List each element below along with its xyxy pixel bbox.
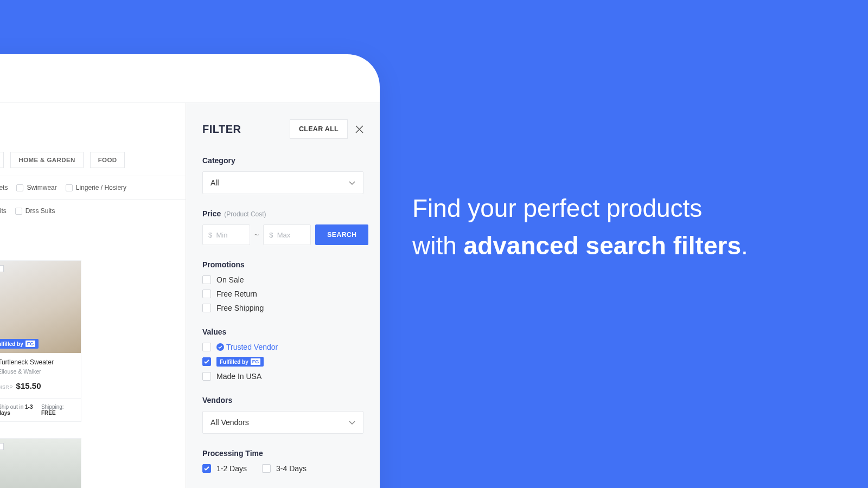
- product-row-2: [0, 422, 186, 488]
- checkbox-icon[interactable]: [202, 290, 211, 298]
- category-label: Category: [202, 156, 363, 165]
- processing-label: Processing Time: [202, 449, 363, 458]
- select-checkbox[interactable]: [0, 265, 4, 272]
- app-window: ABIES BATH & BEAUTY HOME & GARDEN FOOD e…: [0, 54, 380, 488]
- checkbox-icon[interactable]: [202, 464, 211, 473]
- close-icon[interactable]: [355, 125, 363, 133]
- price-min-input[interactable]: [202, 224, 250, 245]
- top-bar: [0, 54, 380, 103]
- product-vendor: Eliouse & Walker: [0, 368, 75, 375]
- tab-bath-beauty[interactable]: BATH & BEAUTY: [0, 152, 4, 168]
- vendors-label: Vendors: [202, 396, 363, 404]
- tag-row-2: rewear Jeans Jumpsuits Drss Suits: [0, 200, 186, 222]
- chevron-down-icon: [349, 178, 355, 187]
- shipping-row: Ship out in 1-3 days Shipping: FREE: [0, 398, 81, 421]
- tag-item[interactable]: Swimwear: [16, 184, 56, 191]
- promo-free-shipping[interactable]: Free Shipping: [202, 304, 363, 312]
- price-section: Price (Product Cost) ~ SEARCH: [202, 209, 363, 245]
- clear-all-button[interactable]: CLEAR ALL: [290, 119, 348, 139]
- vendors-select[interactable]: All Vendors: [202, 411, 363, 434]
- tag-item[interactable]: Lingerie / Hosiery: [66, 184, 126, 191]
- product-grid: Fulfilled by FG ed Trenchcoat enchant Pl…: [0, 222, 186, 422]
- checkbox-icon[interactable]: [15, 208, 22, 215]
- values-section: Values Trusted Vendor: [202, 328, 363, 381]
- processing-1-2-days[interactable]: 1-2 Days: [202, 464, 247, 473]
- filter-panel: FILTER CLEAR ALL Category All: [186, 103, 380, 488]
- product-card[interactable]: [0, 438, 81, 488]
- checkbox-icon[interactable]: [202, 304, 211, 312]
- category-section: Category All: [202, 156, 363, 194]
- product-image: Fulfilled by FG: [0, 261, 81, 353]
- checkbox-icon[interactable]: [202, 343, 211, 351]
- catalog-pane: ABIES BATH & BEAUTY HOME & GARDEN FOOD e…: [0, 103, 186, 488]
- checkbox-icon[interactable]: [66, 184, 73, 191]
- checkbox-icon[interactable]: [202, 275, 211, 284]
- checkbox-icon[interactable]: [16, 184, 23, 191]
- product-image: [0, 439, 81, 488]
- price-search-button[interactable]: SEARCH: [315, 224, 368, 245]
- processing-3-4-days[interactable]: 3-4 Days: [262, 464, 307, 473]
- product-card[interactable]: Fulfilled by FG Turtleneck Sweater Eliou…: [0, 260, 81, 422]
- tab-food[interactable]: FOOD: [90, 152, 125, 168]
- checkbox-icon[interactable]: [262, 464, 271, 473]
- promotions-label: Promotions: [202, 260, 363, 269]
- category-tabs: ABIES BATH & BEAUTY HOME & GARDEN FOOD: [0, 152, 186, 176]
- value-fulfilled-by-fg[interactable]: Fulfilled by FG: [202, 357, 363, 367]
- product-title: Turtleneck Sweater: [0, 358, 75, 366]
- range-separator: ~: [254, 230, 259, 239]
- promotions-section: Promotions On Sale Free Return Free Ship…: [202, 260, 363, 312]
- value-made-in-usa[interactable]: Made In USA: [202, 372, 363, 381]
- promo-free-return[interactable]: Free Return: [202, 290, 363, 298]
- promo-on-sale[interactable]: On Sale: [202, 275, 363, 284]
- value-trusted-vendor[interactable]: Trusted Vendor: [202, 343, 363, 351]
- vendors-section: Vendors All Vendors: [202, 396, 363, 434]
- fulfilled-badge: Fulfilled by FG: [0, 339, 39, 349]
- tag-item[interactable]: Sets: [0, 184, 8, 191]
- hero-text: Find your perfect products with advanced…: [412, 190, 748, 265]
- tab-home-garden[interactable]: HOME & GARDEN: [10, 152, 83, 168]
- tag-row-1: enim Party Dresses Sets Swimwear Lingeri…: [0, 176, 186, 200]
- msrp-label: MSRP: [0, 384, 13, 390]
- processing-time-section: Processing Time 1-2 Days 3-4 Days 5+ Day…: [202, 449, 363, 488]
- price-max-input[interactable]: [263, 224, 311, 245]
- select-checkbox[interactable]: [0, 443, 4, 450]
- filter-title: FILTER: [202, 123, 241, 136]
- price-label: Price (Product Cost): [202, 209, 363, 218]
- tag-item[interactable]: Drss Suits: [15, 207, 55, 215]
- category-select[interactable]: All: [202, 171, 363, 194]
- chevron-down-icon: [349, 418, 355, 427]
- fulfilled-badge: Fulfilled by FG: [216, 357, 264, 367]
- hero-line-1: Find your perfect products: [412, 190, 748, 227]
- hero-line-2: with advanced search filters.: [412, 227, 748, 265]
- product-price: $15.50: [16, 381, 41, 390]
- tag-item[interactable]: Jumpsuits: [0, 207, 7, 215]
- checkbox-icon[interactable]: [202, 357, 211, 366]
- verified-badge-icon: [216, 343, 224, 351]
- checkbox-icon[interactable]: [202, 372, 211, 381]
- values-label: Values: [202, 328, 363, 336]
